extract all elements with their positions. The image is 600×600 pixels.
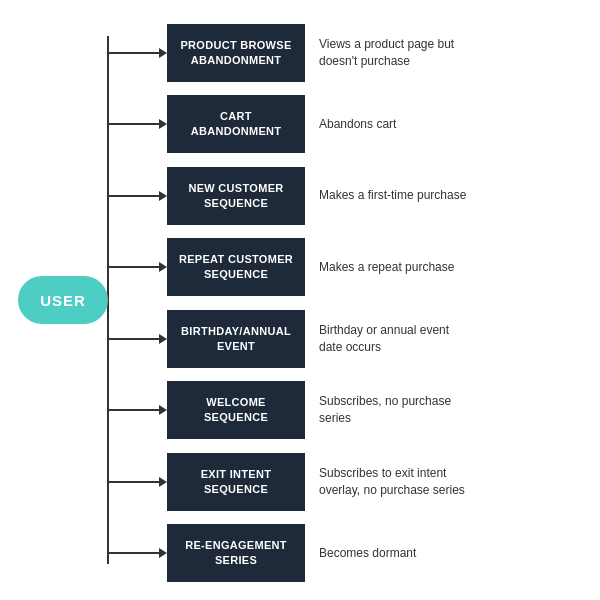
row-cart-abandonment: CARTABANDONMENTAbandons cart	[107, 95, 396, 153]
sequence-box-repeat-customer: REPEAT CUSTOMERSEQUENCE	[167, 238, 305, 296]
row-re-engagement: RE-ENGAGEMENTSERIESBecomes dormant	[107, 524, 416, 582]
arrow-re-engagement	[159, 548, 167, 558]
row-repeat-customer: REPEAT CUSTOMERSEQUENCEMakes a repeat pu…	[107, 238, 454, 296]
sequence-box-new-customer: NEW CUSTOMERSEQUENCE	[167, 167, 305, 225]
arrow-welcome	[159, 405, 167, 415]
description-cart-abandonment: Abandons cart	[319, 116, 396, 133]
branch-line-exit-intent	[107, 481, 159, 483]
description-birthday: Birthday or annual event date occurs	[319, 322, 474, 356]
arrow-product-browse	[159, 48, 167, 58]
sequence-box-product-browse: PRODUCT BROWSEABANDONMENT	[167, 24, 305, 82]
row-exit-intent: EXIT INTENTSEQUENCESubscribes to exit in…	[107, 453, 474, 511]
row-new-customer: NEW CUSTOMERSEQUENCEMakes a first-time p…	[107, 167, 466, 225]
sequence-box-re-engagement: RE-ENGAGEMENTSERIES	[167, 524, 305, 582]
arrow-birthday	[159, 334, 167, 344]
arrow-new-customer	[159, 191, 167, 201]
arrow-cart-abandonment	[159, 119, 167, 129]
diagram-container: USER PRODUCT BROWSEABANDONMENTViews a pr…	[0, 0, 600, 600]
description-repeat-customer: Makes a repeat purchase	[319, 259, 454, 276]
description-re-engagement: Becomes dormant	[319, 545, 416, 562]
sequence-box-cart-abandonment: CARTABANDONMENT	[167, 95, 305, 153]
description-new-customer: Makes a first-time purchase	[319, 187, 466, 204]
arrow-exit-intent	[159, 477, 167, 487]
row-birthday: BIRTHDAY/ANNUALEVENTBirthday or annual e…	[107, 310, 474, 368]
branch-line-repeat-customer	[107, 266, 159, 268]
row-welcome: WELCOMESEQUENCESubscribes, no purchase s…	[107, 381, 474, 439]
user-bubble: USER	[18, 276, 108, 324]
sequence-box-birthday: BIRTHDAY/ANNUALEVENT	[167, 310, 305, 368]
sequence-box-welcome: WELCOMESEQUENCE	[167, 381, 305, 439]
sequence-box-exit-intent: EXIT INTENTSEQUENCE	[167, 453, 305, 511]
branch-line-re-engagement	[107, 552, 159, 554]
description-exit-intent: Subscribes to exit intent overlay, no pu…	[319, 465, 474, 499]
user-label: USER	[40, 292, 86, 309]
description-welcome: Subscribes, no purchase series	[319, 393, 474, 427]
row-product-browse: PRODUCT BROWSEABANDONMENTViews a product…	[107, 24, 474, 82]
branch-line-new-customer	[107, 195, 159, 197]
description-product-browse: Views a product page but doesn't purchas…	[319, 36, 474, 70]
branch-line-welcome	[107, 409, 159, 411]
branch-line-product-browse	[107, 52, 159, 54]
branch-line-cart-abandonment	[107, 123, 159, 125]
arrow-repeat-customer	[159, 262, 167, 272]
branch-line-birthday	[107, 338, 159, 340]
